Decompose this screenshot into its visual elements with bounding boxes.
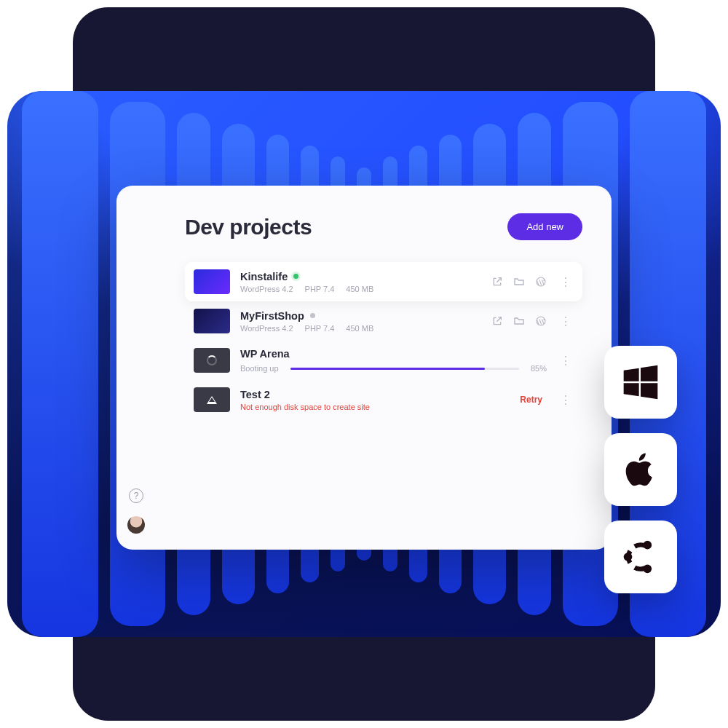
sidebar-gutter: ? (116, 186, 156, 550)
open-external-icon[interactable] (491, 315, 503, 327)
page-title: Dev projects (185, 215, 312, 240)
more-menu-icon[interactable] (557, 393, 574, 407)
status-dot-running-icon (293, 274, 298, 279)
project-row[interactable]: Test 2 Not enough disk space to create s… (185, 380, 582, 419)
folder-icon[interactable] (513, 276, 525, 288)
apple-icon (620, 449, 661, 490)
project-thumbnail-error (194, 387, 230, 412)
add-new-button[interactable]: Add new (507, 213, 582, 240)
project-status-text: Booting up (240, 364, 279, 373)
project-list: Kinstalife WordPress 4.2 PHP 7.4 450 MB (185, 262, 582, 419)
os-cards (604, 346, 677, 593)
spinner-icon (207, 355, 217, 365)
progress-percent: 85% (531, 364, 547, 373)
project-thumbnail-loading (194, 348, 230, 373)
project-name: Kinstalife (240, 271, 288, 282)
project-meta: WordPress 4.2 PHP 7.4 450 MB (240, 285, 481, 293)
project-name: WP Arena (240, 348, 290, 360)
windows-card[interactable] (604, 346, 677, 419)
folder-icon[interactable] (513, 315, 525, 327)
project-thumbnail (194, 269, 230, 294)
ubuntu-card[interactable] (604, 521, 677, 593)
warning-icon (207, 396, 217, 404)
project-name: Test 2 (240, 389, 270, 400)
project-error-text: Not enough disk space to create site (240, 403, 510, 411)
help-icon[interactable]: ? (129, 488, 143, 503)
project-row[interactable]: Kinstalife WordPress 4.2 PHP 7.4 450 MB (185, 262, 582, 301)
more-menu-icon[interactable] (557, 275, 574, 289)
status-dot-idle-icon (310, 313, 315, 318)
project-thumbnail (194, 309, 230, 333)
wordpress-icon[interactable] (535, 276, 547, 288)
project-row[interactable]: MyFirstShop WordPress 4.2 PHP 7.4 450 MB (185, 301, 582, 341)
project-name: MyFirstShop (240, 310, 304, 322)
more-menu-icon[interactable] (557, 354, 574, 368)
avatar[interactable] (127, 516, 145, 534)
more-menu-icon[interactable] (557, 314, 574, 328)
progress-bar (290, 368, 519, 370)
apple-card[interactable] (604, 433, 677, 506)
app-window: ? Dev projects Add new Kinstalife WordPr… (116, 186, 612, 550)
open-external-icon[interactable] (491, 276, 503, 288)
ubuntu-icon (620, 537, 661, 577)
wordpress-icon[interactable] (535, 315, 547, 327)
project-row[interactable]: WP Arena Booting up 85% (185, 341, 582, 380)
project-meta: WordPress 4.2 PHP 7.4 450 MB (240, 324, 481, 333)
windows-icon (620, 362, 661, 403)
retry-button[interactable]: Retry (520, 395, 542, 405)
